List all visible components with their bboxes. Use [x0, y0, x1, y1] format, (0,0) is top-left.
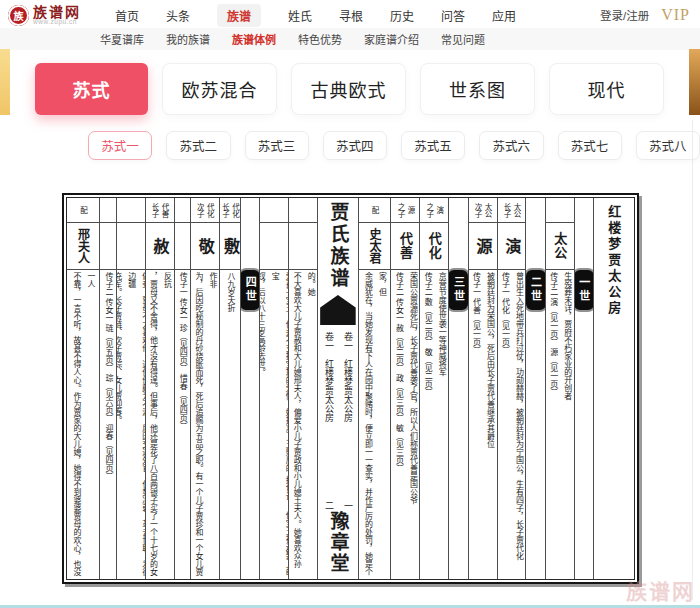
brand-domain: www.zupu.cn: [33, 19, 81, 26]
subnav-item-华夏谱库[interactable]: 华夏谱库: [100, 31, 144, 47]
chart-column-title_center: 贾氏族谱卷一 红楼梦贾太公房一卷一 红楼梦贾太公房二豫章堂: [317, 198, 357, 579]
biography-text: 生殁葬未详，贾府不朽家业的开创者传子二 演（见一页） 源（见一页）: [546, 270, 574, 579]
biography-line: 生殁葬未详，贾府不朽家业的开创者: [560, 272, 574, 579]
relation-header: 代善长子: [146, 198, 174, 223]
relation-label: 配: [78, 206, 87, 214]
chart-column-marker: 一世: [574, 198, 593, 579]
sub-tab-苏式八[interactable]: 苏式八: [636, 131, 700, 160]
biography-line: 贾代化次子，一味好道，在都外玄真观修炼，烧丹炼汞，别的事一概不管，放纵家人胡作非: [205, 272, 219, 579]
subnav-item-我的族谱[interactable]: 我的族谱: [166, 31, 210, 47]
nav-item-历史[interactable]: 历史: [390, 7, 414, 24]
person-name-cell: 演: [498, 223, 526, 270]
person-name-cell: [289, 223, 317, 270]
chart-column-marker: 二世: [525, 198, 544, 579]
biography-line: ，贾母又不舍得，他才没有得逞。但事后，他还是花了八百两银子买了一个十七岁的女孩来: [146, 272, 160, 579]
volume-number: 一: [340, 501, 355, 510]
nav-item-头条[interactable]: 头条: [166, 7, 190, 24]
genealogy-chart-wrap: 配邢夫人贾赦之续弦，她禀性愚弱，出入银钱，一经她手，便克扣异常，婪取财货。儿女奴…: [62, 193, 639, 584]
relation-header: 代化长子: [220, 198, 240, 223]
chart-column-text: 的享乐主义者，她的儿孙成了泼皮、赌徒，只要他们不来搅扰她的享乐，她是不干涉的。她…: [288, 198, 317, 579]
ribbon-banner-icon: [320, 295, 356, 325]
nav-item-问答[interactable]: 问答: [441, 7, 465, 24]
style-tab-古典欧式[interactable]: 古典欧式: [291, 63, 406, 115]
relation-header: 源之子: [391, 198, 419, 223]
relation-label: 太公: [483, 203, 492, 218]
biography-text: 爱孙子宝玉，但并不支持宝黛的爱情，她批准了王熙凤的“掉包计”，使宝玉被迫娶了薛宝…: [260, 270, 288, 579]
person-name: 代化: [425, 232, 444, 260]
style-tab-欧苏混合[interactable]: 欧苏混合: [162, 63, 277, 115]
sub-tab-苏式二[interactable]: 苏式二: [166, 131, 230, 160]
chart-column-person: 代化长子敷八九岁夭折: [219, 198, 240, 579]
nav-item-寻根[interactable]: 寻根: [339, 7, 363, 24]
biography-text: 京营节度使世袭一等神威将军传子二 敷（见二页） 敬（见二页）: [420, 270, 448, 579]
sub-tab-苏式五[interactable]: 苏式五: [401, 131, 465, 160]
chart-column-person: 配史太君贾代善之妻，出嫁前为金陵世家史侯的小姐，贾家最高统治者，她虽已年迈，但不…: [358, 198, 391, 579]
logo-icon: 族: [8, 5, 29, 26]
chart-column-person: 太公长子演曾出生入死地带兵打过仗，功勋赫赫，被朝廷封为宁国公，生有四子，长子贾代…: [497, 198, 526, 579]
biography-line: 被朝廷封为荣国公，死后由长子贾代善继承其爵位: [483, 272, 497, 579]
biography-line: 传子一 代化（见一页）: [498, 272, 512, 579]
person-name: 敬: [193, 238, 217, 254]
hall-name: 豫章堂: [324, 511, 351, 579]
relation-label: 次子: [473, 203, 482, 218]
subnav-item-家庭谱介绍[interactable]: 家庭谱介绍: [364, 31, 419, 47]
sub-tab-苏式三[interactable]: 苏式三: [245, 131, 309, 160]
relation-label: 配: [370, 206, 379, 214]
relation-label: 长子: [502, 203, 511, 218]
nav-item-姓氏[interactable]: 姓氏: [288, 7, 312, 24]
page-divider-line: [692, 120, 693, 600]
genealogy-chart: 配邢夫人贾赦之续弦，她禀性愚弱，出入银钱，一经她手，便克扣异常，婪取财货。儿女奴…: [66, 197, 635, 580]
generation-label: 二世: [528, 276, 544, 304]
site-logo[interactable]: 族 族谱网 www.zupu.cn: [8, 5, 81, 26]
person-name-cell: 代善: [391, 223, 419, 270]
relation-label: 长子: [220, 203, 229, 218]
volume-line: 卷一 红楼梦贾太公房二: [321, 332, 336, 511]
generation-badge: 三世: [448, 268, 467, 312]
biography-text: 荣国公贾源死后，长子贾代善袭了官，所以人们称贾代善是国公爷传子二 传女一 赦（见…: [391, 270, 419, 579]
person-name: 赦: [148, 238, 172, 254]
nav-item-应用[interactable]: 应用: [492, 7, 516, 24]
nav-item-族谱[interactable]: 族谱: [217, 4, 261, 27]
style-tab-世系图[interactable]: 世系图: [420, 63, 535, 115]
relation-header: [260, 198, 288, 223]
login-register-link[interactable]: 登录/注册: [600, 7, 649, 23]
relation-label: 太公: [512, 203, 521, 218]
generation-badge: 四世: [240, 268, 259, 312]
relation-label: 代化: [230, 203, 239, 218]
style-sub-tabs: 苏式一苏式二苏式三苏式四苏式五苏式六苏式七苏式八: [88, 131, 700, 160]
brand-name: 族谱网: [33, 5, 81, 19]
generation-badge: 一世: [574, 268, 593, 312]
biography-line: 传子一 代善（见一页）: [469, 272, 483, 579]
biography-text: 字恩侯，贾母的长子，他好色看上贾母的丫头鸳鸯，非要把她收为妾。由于鸳鸯的强烈反抗…: [146, 270, 174, 579]
biography-line: 传子二 传女一 赦（见二页） 政（见三页） 敏（见三页）: [391, 272, 405, 579]
sub-tab-苏式七[interactable]: 苏式七: [558, 131, 622, 160]
subnav-item-常见问题[interactable]: 常见问题: [441, 31, 485, 47]
person-name-cell: 太公: [546, 223, 574, 270]
volume-number: 二: [321, 501, 336, 510]
biography-line: 不大喜欢大儿子贾赦和大儿媳邢夫人，偏爱小儿子贾政和小儿媳王夫人。她喜欢众孙女，溺: [289, 272, 303, 579]
person-name: 演: [499, 238, 523, 254]
volume-lines: 卷一 红楼梦贾太公房一卷一 红楼梦贾太公房二: [318, 329, 357, 511]
style-tab-苏式[interactable]: 苏式: [35, 63, 148, 115]
sub-tab-苏式一[interactable]: 苏式一: [88, 131, 152, 160]
sub-tab-苏式四[interactable]: 苏式四: [323, 131, 387, 160]
relation-label: 演: [435, 206, 444, 214]
nav-item-首页[interactable]: 首页: [115, 7, 139, 24]
relation-label: 之子: [396, 203, 405, 218]
biography-text: 贾代化次子，一味好道，在都外玄真观修炼，烧丹炼汞，别的事一概不管，放纵家人胡作非…: [191, 270, 219, 579]
relation-header: 演之子: [420, 198, 448, 223]
subnav-item-族谱体例[interactable]: 族谱体例: [232, 31, 276, 47]
person-name-cell: [100, 223, 115, 270]
site-watermark: 族谱网: [626, 575, 695, 605]
biography-line: 爱孙子宝玉，但并不支持宝黛的爱情，她批准了王熙凤的“掉包计”，使宝玉被迫娶了薛宝: [267, 272, 288, 579]
relation-header: [289, 198, 317, 223]
person-name: 太公: [550, 232, 569, 260]
sub-tab-苏式六[interactable]: 苏式六: [479, 131, 543, 160]
subnav-item-特色优势[interactable]: 特色优势: [298, 31, 342, 47]
biography-line: 传子二 传女一 琏（见五页） 琮（见六页） 迎春（见四页）: [101, 272, 115, 579]
relation-label: 代化: [205, 203, 214, 218]
vip-link[interactable]: VIP: [661, 6, 690, 24]
biography-line: 曾出生入死地带兵打过仗，功勋赫赫，被朝廷封为宁国公，生有四子，长子贾代化: [511, 272, 525, 579]
person-name-cell: [260, 223, 288, 270]
style-tab-现代[interactable]: 现代: [549, 63, 664, 115]
